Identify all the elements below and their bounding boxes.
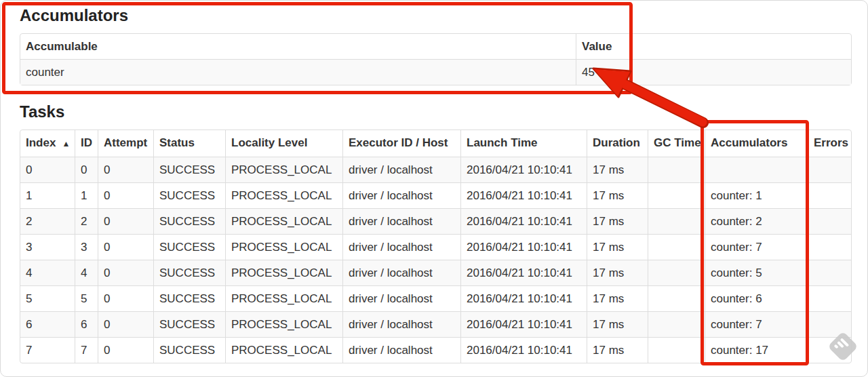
table-cell: 0	[98, 285, 153, 311]
table-cell: 6	[20, 311, 75, 337]
table-cell	[808, 337, 851, 363]
table-cell: SUCCESS	[153, 234, 225, 260]
column-header-executor-id-host[interactable]: Executor ID / Host	[342, 130, 460, 157]
table-cell: 0	[98, 311, 153, 337]
table-cell: 0	[98, 337, 153, 363]
table-cell: SUCCESS	[153, 208, 225, 234]
accumulators-section-title: Accumulators	[20, 7, 867, 24]
table-cell	[808, 234, 851, 260]
spark-stage-page: Accumulators AccumulableValue counter45 …	[0, 0, 868, 377]
column-header-launch-time[interactable]: Launch Time	[460, 130, 587, 157]
table-cell: PROCESS_LOCAL	[225, 260, 342, 285]
table-cell: 2	[75, 208, 98, 234]
column-header-status[interactable]: Status	[153, 130, 225, 157]
table-cell: 2016/04/21 10:10:41	[460, 337, 587, 363]
table-cell: SUCCESS	[153, 311, 225, 337]
table-cell: driver / localhost	[342, 208, 460, 234]
column-header-attempt[interactable]: Attempt	[98, 130, 153, 157]
table-cell	[648, 157, 705, 182]
table-cell: 2016/04/21 10:10:41	[460, 311, 587, 337]
sort-ascending-icon: ▲	[62, 139, 70, 148]
table-cell	[808, 311, 851, 337]
column-header-accumulable[interactable]: Accumulable	[20, 34, 576, 59]
table-row: 000SUCCESSPROCESS_LOCALdriver / localhos…	[20, 157, 851, 182]
table-cell: 7	[20, 337, 75, 363]
table-cell: counter: 7	[705, 234, 808, 260]
column-header-gc-time[interactable]: GC Time	[648, 130, 705, 157]
table-cell: 2016/04/21 10:10:41	[460, 285, 587, 311]
table-cell	[808, 208, 851, 234]
table-row: 330SUCCESSPROCESS_LOCALdriver / localhos…	[20, 234, 851, 260]
table-cell: driver / localhost	[342, 234, 460, 260]
table-cell	[808, 157, 851, 182]
tasks-header-row: Index▲IDAttemptStatusLocality LevelExecu…	[20, 130, 851, 157]
column-header-value[interactable]: Value	[576, 34, 851, 59]
column-header-id[interactable]: ID	[75, 130, 98, 157]
column-header-label: Accumulators	[711, 136, 787, 149]
column-header-label: Accumulable	[26, 40, 98, 53]
table-cell: PROCESS_LOCAL	[225, 234, 342, 260]
column-header-label: Value	[582, 40, 612, 53]
table-cell: 0	[98, 208, 153, 234]
table-cell: 0	[98, 260, 153, 285]
table-row: counter45	[20, 59, 851, 85]
tasks-table: Index▲IDAttemptStatusLocality LevelExecu…	[20, 130, 852, 363]
table-cell	[648, 311, 705, 337]
table-cell	[648, 208, 705, 234]
table-cell: 17 ms	[587, 260, 648, 285]
table-cell: counter	[20, 59, 576, 85]
table-cell: counter: 6	[705, 285, 808, 311]
column-header-errors[interactable]: Errors	[808, 130, 851, 157]
tasks-section-title: Tasks	[20, 103, 867, 121]
table-cell: 17 ms	[587, 157, 648, 182]
column-header-index[interactable]: Index▲	[20, 130, 75, 157]
table-cell	[705, 157, 808, 182]
table-cell: 17 ms	[587, 208, 648, 234]
table-cell: driver / localhost	[342, 311, 460, 337]
table-cell: PROCESS_LOCAL	[225, 337, 342, 363]
table-cell: 0	[98, 157, 153, 182]
table-row: 110SUCCESSPROCESS_LOCALdriver / localhos…	[20, 182, 851, 208]
table-cell: 7	[75, 337, 98, 363]
table-cell: counter: 7	[705, 311, 808, 337]
table-cell: 3	[75, 234, 98, 260]
table-cell: 5	[75, 285, 98, 311]
column-header-label: GC Time	[654, 136, 701, 149]
table-cell: 45	[576, 59, 851, 85]
table-cell	[808, 182, 851, 208]
table-cell: PROCESS_LOCAL	[225, 157, 342, 182]
table-cell: 4	[20, 260, 75, 285]
table-row: 220SUCCESSPROCESS_LOCALdriver / localhos…	[20, 208, 851, 234]
table-cell: SUCCESS	[153, 157, 225, 182]
column-header-accumulators[interactable]: Accumulators	[705, 130, 808, 157]
table-cell: SUCCESS	[153, 337, 225, 363]
table-cell: 17 ms	[587, 311, 648, 337]
table-cell: counter: 17	[705, 337, 808, 363]
table-cell: 4	[75, 260, 98, 285]
table-cell: 6	[75, 311, 98, 337]
accumulators-table-body: counter45	[20, 59, 851, 85]
table-cell: 2	[20, 208, 75, 234]
table-cell: 17 ms	[587, 285, 648, 311]
column-header-label: Launch Time	[467, 136, 538, 149]
table-cell	[648, 234, 705, 260]
table-cell: 1	[75, 182, 98, 208]
table-row: 770SUCCESSPROCESS_LOCALdriver / localhos…	[20, 337, 851, 363]
column-header-locality-level[interactable]: Locality Level	[225, 130, 342, 157]
table-cell: 2016/04/21 10:10:41	[460, 157, 587, 182]
table-cell: SUCCESS	[153, 285, 225, 311]
table-cell: PROCESS_LOCAL	[225, 208, 342, 234]
table-cell	[648, 182, 705, 208]
table-cell: 1	[20, 182, 75, 208]
table-row: 660SUCCESSPROCESS_LOCALdriver / localhos…	[20, 311, 851, 337]
table-cell: PROCESS_LOCAL	[225, 182, 342, 208]
table-cell: 17 ms	[587, 337, 648, 363]
table-cell: PROCESS_LOCAL	[225, 285, 342, 311]
table-cell: driver / localhost	[342, 182, 460, 208]
table-cell: counter: 5	[705, 260, 808, 285]
column-header-duration[interactable]: Duration	[587, 130, 648, 157]
table-cell: 0	[75, 157, 98, 182]
table-cell: 3	[20, 234, 75, 260]
table-cell: 0	[98, 234, 153, 260]
table-cell: 5	[20, 285, 75, 311]
